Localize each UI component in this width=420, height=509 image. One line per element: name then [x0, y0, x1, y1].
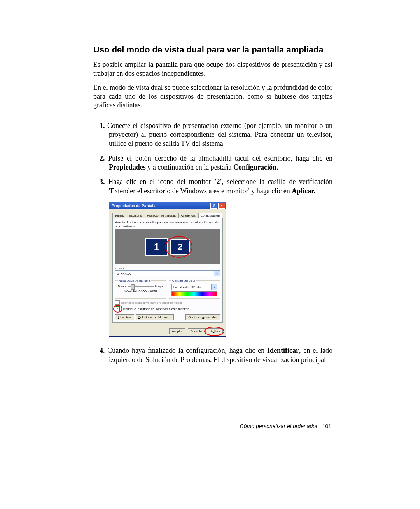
primary-monitor-label: Usar este dispositivo como monitor princ… [121, 301, 183, 304]
step-1-number: 1. [100, 122, 105, 129]
step-3-text-a: Haga clic en el icono del monitor [108, 178, 214, 185]
color-depth-preview [172, 291, 217, 296]
resolution-more-label: Mayor [155, 285, 164, 288]
extend-desktop-checkbox[interactable] [115, 306, 120, 311]
drag-instruction: Arrastre los iconos de monitor para que … [115, 220, 220, 228]
advanced-options-button[interactable]: Opciones avanzadas [186, 314, 220, 320]
identify-button[interactable]: Identificar [115, 314, 134, 320]
chevron-down-icon: ▾ [211, 284, 217, 290]
display-label: Mostrar: [115, 267, 220, 270]
step-2-text-c: y a continuación en la pestaña [146, 163, 233, 171]
footer-page-number: 101 [322, 423, 331, 429]
dialog-title: Propiedades de Pantalla [112, 204, 157, 208]
tab-configuracion[interactable]: Configuración [198, 213, 222, 218]
resolution-group: Resolución de pantalla Menor Mayor XXXX … [115, 279, 166, 299]
intro-paragraph-2: En el modo de vista dual se puede selecc… [93, 83, 332, 110]
extend-desktop-checkbox-row[interactable]: Extender el escritorio de Windows a este… [115, 306, 220, 311]
step-2-text-a: Pulse el botón derecho de la almohadilla… [108, 154, 332, 162]
step-2-number: 2. [100, 154, 105, 162]
step-2-bold-configuracion: Configuración [233, 163, 276, 171]
color-quality-group: Calidad del color La más alta (32 bits) … [169, 279, 220, 299]
primary-monitor-checkbox [115, 300, 120, 305]
step-4: 4. Cuando haya finalizado la configuraci… [93, 346, 332, 364]
resolution-less-label: Menor [118, 285, 127, 288]
resolution-legend: Resolución de pantalla [118, 279, 151, 282]
resolution-value: XXXX por XXXX píxeles [118, 289, 164, 292]
resolution-slider[interactable] [128, 286, 154, 287]
monitor-arrangement-area[interactable]: 1 2 [115, 229, 220, 264]
help-button[interactable]: ? [210, 203, 217, 209]
apply-button[interactable]: Aplicar [208, 328, 223, 334]
ok-button[interactable]: Aceptar [169, 328, 186, 334]
tab-apariencia[interactable]: Apariencia [178, 213, 198, 218]
step-3-bold-two: '2' [214, 178, 222, 185]
step-1-text: Conecte el dispositivo de presentación e… [107, 122, 332, 148]
step-2-bold-propiedades: Propiedades [109, 163, 146, 171]
step-3-bold-aplicar: Aplicar. [292, 187, 315, 195]
display-dropdown[interactable]: 2. XXXXX ▾ [115, 270, 220, 276]
step-4-number: 4. [100, 346, 105, 354]
step-4-text-a: Cuando haya finalizado la configuración,… [107, 346, 267, 354]
extend-desktop-label: Extender el escritorio de Windows a este… [121, 307, 189, 311]
chevron-down-icon: ▾ [214, 271, 220, 276]
display-properties-dialog: Propiedades de Pantalla ? × Temas Escrit… [109, 202, 226, 337]
monitor-2-icon[interactable]: 2 [170, 239, 190, 255]
tab-temas[interactable]: Temas [112, 213, 126, 218]
section-heading: Uso del modo de vista dual para ver la p… [93, 45, 332, 55]
step-1: 1. Conecte el dispositivo de presentació… [93, 121, 332, 149]
color-dropdown-value: La más alta (32 bits) [173, 285, 201, 289]
step-4-bold-identificar: Identificar [267, 346, 299, 354]
footer-section-title: Cómo personalizar el ordenador [240, 423, 318, 429]
page-footer: Cómo personalizar el ordenador 101 [240, 423, 331, 429]
step-3-number: 3. [100, 178, 105, 185]
step-2: 2. Pulse el botón derecho de la almohadi… [93, 154, 332, 172]
tab-protector[interactable]: Protector de pantalla [145, 213, 178, 218]
primary-monitor-checkbox-row: Usar este dispositivo como monitor princ… [115, 300, 220, 305]
display-dropdown-value: 2. XXXXX [117, 272, 131, 275]
intro-paragraph-1: Es posible ampliar la pantalla para que … [93, 60, 332, 78]
troubleshoot-button[interactable]: Solucionar problemas... [136, 314, 174, 320]
monitor-1-icon[interactable]: 1 [145, 238, 168, 256]
step-3: 3. Haga clic en el icono del monitor '2'… [93, 177, 332, 196]
tab-escritorio[interactable]: Escritorio [127, 213, 144, 218]
close-button[interactable]: × [218, 203, 225, 209]
cancel-button[interactable]: Cancelar [188, 328, 206, 334]
step-2-text-e: . [276, 163, 278, 171]
color-legend: Calidad del color [172, 279, 196, 282]
slider-thumb[interactable] [131, 284, 135, 290]
dialog-titlebar[interactable]: Propiedades de Pantalla ? × [109, 202, 226, 209]
color-dropdown[interactable]: La más alta (32 bits) ▾ [172, 284, 217, 290]
